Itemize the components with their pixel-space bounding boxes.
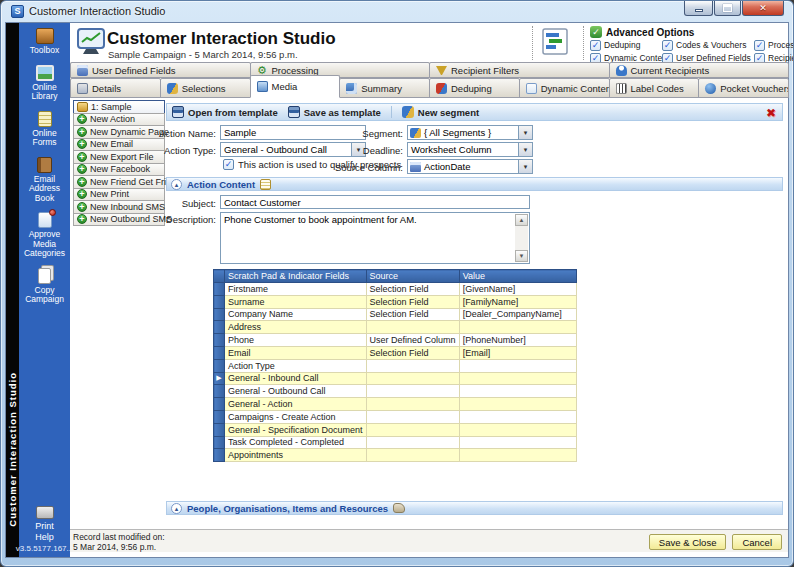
- table-row[interactable]: SurnameSelection Field[FamilyName]: [214, 295, 577, 308]
- deadline-label: Deadline:: [301, 145, 403, 156]
- delete-action-button[interactable]: ✖: [766, 106, 776, 120]
- media-screen-icon: [257, 81, 268, 92]
- table-row[interactable]: Company NameSelection Field[Dealer_Compa…: [214, 308, 577, 321]
- last-modified-text: Record last modified on: 5 Mar 2014, 9:5…: [73, 532, 165, 552]
- description-scrollbar[interactable]: ▲ ▼: [515, 214, 528, 262]
- sidebar-item-online-forms[interactable]: Online Forms: [20, 111, 70, 148]
- sidebar-item-online-library[interactable]: Online Library: [20, 65, 70, 102]
- save-as-template-button[interactable]: Save as template: [288, 106, 381, 118]
- people-icon: [167, 83, 178, 94]
- action-item-selected[interactable]: 1: Sample: [73, 100, 165, 114]
- table-row[interactable]: Task Completed - Completed: [214, 436, 577, 449]
- open-from-template-button[interactable]: Open from template: [172, 106, 278, 118]
- tab-selections[interactable]: Selections: [160, 78, 251, 98]
- tab-dynamic-content[interactable]: Dynamic Content: [519, 78, 610, 98]
- worksheet-column-icon: [410, 162, 421, 172]
- details-icon: [77, 83, 88, 94]
- tab-current-recipients[interactable]: Current Recipients: [609, 62, 790, 78]
- description-textarea[interactable]: Phone Customer to book appointment for A…: [220, 212, 530, 264]
- tab-deduping[interactable]: Deduping: [429, 78, 520, 98]
- chevron-down-icon[interactable]: ▾: [518, 143, 532, 156]
- tab-row-upper: User Defined Fields ⚙ Processing Recipie…: [70, 62, 788, 78]
- option-deduping[interactable]: ✓ Deduping: [590, 39, 656, 51]
- action-name-label: Action Name:: [96, 128, 216, 139]
- table-row[interactable]: General - Specification Document: [214, 423, 577, 436]
- minimize-button[interactable]: [684, 1, 713, 16]
- sidebar-item-copy-campaign[interactable]: Copy Campaign: [20, 268, 70, 305]
- sidebar-item-toolbox[interactable]: Toolbox: [20, 28, 70, 56]
- cancel-button[interactable]: Cancel: [732, 534, 782, 550]
- table-row[interactable]: General - Outbound Call: [214, 385, 577, 398]
- page-icon: [526, 83, 537, 94]
- checkbox-checked[interactable]: ✓: [223, 159, 234, 170]
- action-content-section-header[interactable]: ▴ Action Content: [166, 177, 783, 191]
- plus-icon: +: [77, 164, 87, 174]
- chart-icon: [346, 83, 357, 94]
- advanced-options-check-icon: ✓: [590, 26, 602, 38]
- deadline-select[interactable]: Worksheet Column ▾: [407, 142, 533, 157]
- action-new-facebook[interactable]: +New Facebook: [73, 163, 165, 177]
- table-row-active[interactable]: ▶General - Inbound Call: [214, 372, 577, 385]
- people-section-header[interactable]: ▴ People, Organisations, Items and Resou…: [166, 501, 783, 515]
- segments-icon: [410, 128, 421, 138]
- table-row[interactable]: EmailSelection Field[Email]: [214, 346, 577, 359]
- tab-details[interactable]: Details: [70, 78, 161, 98]
- source-column-label: Source Column:: [301, 162, 403, 173]
- option-codes-vouchers[interactable]: ✓ Codes & Vouchers: [662, 39, 748, 51]
- table-row[interactable]: Address: [214, 321, 577, 334]
- tab-user-defined-fields[interactable]: User Defined Fields: [70, 62, 251, 78]
- tab-summary[interactable]: Summary: [339, 78, 430, 98]
- page-subtitle: Sample Campaign - 5 March 2014, 9:56 p.m…: [108, 49, 298, 60]
- col-value[interactable]: Value: [459, 270, 576, 283]
- save-close-button[interactable]: Save & Close: [649, 534, 727, 550]
- close-button[interactable]: ✕: [742, 1, 784, 16]
- chevron-down-icon[interactable]: ▾: [518, 126, 532, 139]
- new-segment-button[interactable]: New segment: [402, 106, 479, 118]
- checkbox-checked[interactable]: ✓: [662, 40, 673, 51]
- col-source[interactable]: Source: [366, 270, 459, 283]
- funnel-icon: [436, 66, 447, 75]
- plus-icon: +: [77, 189, 87, 199]
- tab-row-lower: Details Selections Media Summary Dedupin…: [70, 78, 788, 98]
- divider: [583, 26, 584, 60]
- chevron-down-icon[interactable]: ▾: [518, 160, 532, 173]
- sidebar: Toolbox Online Library Online Forms Emai…: [19, 23, 70, 557]
- vertical-app-label: Customer Interaction Studio: [7, 372, 18, 527]
- source-column-select[interactable]: ActionDate ▾: [407, 159, 533, 174]
- sidebar-item-help[interactable]: Help: [35, 532, 54, 543]
- table-row[interactable]: General - Action: [214, 398, 577, 411]
- plus-icon: +: [77, 214, 87, 224]
- scroll-down-button[interactable]: ▼: [515, 250, 528, 262]
- tab-media-active[interactable]: Media: [250, 75, 341, 98]
- tab-recipient-filters[interactable]: Recipient Filters: [429, 62, 610, 78]
- title-bar[interactable]: S Customer Interaction Studio ✕: [1, 1, 793, 22]
- collapse-icon[interactable]: ▴: [171, 179, 182, 190]
- plus-icon: +: [77, 152, 87, 162]
- sidebar-item-email-address-book[interactable]: Email Address Book: [20, 157, 70, 204]
- minimize-icon: [695, 9, 703, 12]
- table-row[interactable]: FirstnameSelection Field[GivenName]: [214, 283, 577, 296]
- option-processing[interactable]: ✓ Processing: [754, 39, 794, 51]
- scroll-up-button[interactable]: ▲: [515, 214, 528, 226]
- segment-select[interactable]: { All Segments } ▾: [407, 125, 533, 140]
- window-title: Customer Interaction Studio: [29, 5, 165, 17]
- status-bar: Record last modified on: 5 Mar 2014, 9:5…: [70, 529, 788, 552]
- close-icon: ✕: [759, 3, 767, 13]
- sidebar-item-print[interactable]: Print: [35, 521, 54, 532]
- action-type-label: Action Type:: [96, 145, 216, 156]
- col-fields[interactable]: Scratch Pad & Indicator Fields: [225, 270, 367, 283]
- action-new-friend-get-friend[interactable]: +New Friend Get Friend: [73, 175, 165, 189]
- action-new-action[interactable]: +New Action: [73, 113, 165, 127]
- checkbox-checked[interactable]: ✓: [590, 40, 601, 51]
- table-row[interactable]: Action Type: [214, 359, 577, 372]
- table-row[interactable]: PhoneUser Defined Column[PhoneNumber]: [214, 334, 577, 347]
- tab-pocket-vouchers[interactable]: Pocket Vouchers: [698, 78, 789, 98]
- maximize-button[interactable]: [714, 1, 741, 16]
- subject-input[interactable]: [220, 195, 530, 209]
- checkbox-checked[interactable]: ✓: [754, 40, 765, 51]
- table-row[interactable]: Campaigns - Create Action: [214, 410, 577, 423]
- table-row[interactable]: Appointments: [214, 449, 577, 462]
- tab-label-codes[interactable]: Label Codes: [609, 78, 700, 98]
- collapse-icon[interactable]: ▴: [171, 503, 182, 514]
- sidebar-item-approve-media-categories[interactable]: Approve Media Categories: [20, 212, 70, 259]
